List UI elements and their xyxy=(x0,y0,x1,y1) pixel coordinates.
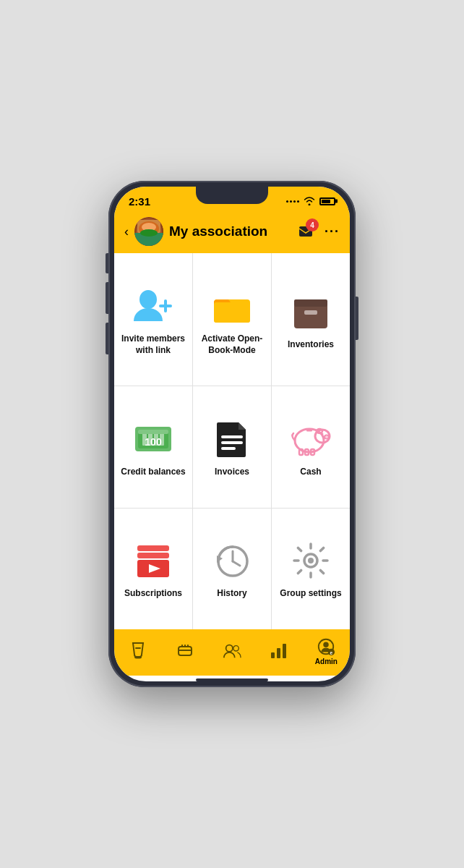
svg-line-44 xyxy=(233,561,240,566)
page-title: My association xyxy=(169,224,291,239)
gear-icon xyxy=(289,539,332,582)
svg-rect-38 xyxy=(137,545,169,551)
open-book-label: Activate Open-Book-Mode xyxy=(199,333,265,356)
svg-point-30 xyxy=(325,435,329,439)
svg-rect-13 xyxy=(294,304,327,328)
header-actions: 4 ··· xyxy=(297,223,340,240)
stats-icon xyxy=(270,642,288,660)
grid-item-history[interactable]: History xyxy=(193,509,271,629)
svg-rect-35 xyxy=(299,449,303,455)
piggy-icon xyxy=(289,417,332,461)
food-icon xyxy=(176,642,194,660)
svg-rect-24 xyxy=(221,435,243,438)
grid-item-invoices[interactable]: Invoices xyxy=(193,386,271,507)
grid-item-cash[interactable]: Cash xyxy=(272,386,350,507)
hundred-icon: 100 xyxy=(132,417,175,461)
svg-rect-54 xyxy=(187,644,189,647)
grid-item-subscriptions[interactable]: Subscriptions xyxy=(114,509,192,629)
signal-icon xyxy=(286,200,299,203)
bottom-navigation: e Admin xyxy=(114,629,350,676)
svg-rect-12 xyxy=(214,302,250,323)
svg-point-31 xyxy=(325,436,327,438)
svg-text:100: 100 xyxy=(145,436,162,448)
grid-item-inventories[interactable]: Inventories xyxy=(272,253,350,386)
header: ‹ My association xyxy=(114,213,350,253)
admin-icon: e xyxy=(317,637,335,656)
notification-badge: 4 xyxy=(306,218,319,231)
svg-point-55 xyxy=(226,645,233,652)
nav-item-stats[interactable] xyxy=(256,642,303,660)
home-bar xyxy=(196,678,268,681)
admin-label: Admin xyxy=(315,658,338,665)
svg-rect-22 xyxy=(138,430,168,434)
nav-item-members[interactable] xyxy=(208,642,255,660)
svg-rect-34 xyxy=(306,430,312,432)
subscriptions-icon xyxy=(132,539,175,582)
menu-grid: Invite members with link Activate Open-B… xyxy=(114,253,350,629)
svg-point-32 xyxy=(327,436,328,438)
drink-icon xyxy=(129,642,147,660)
svg-point-49 xyxy=(134,657,142,659)
avatar[interactable] xyxy=(134,217,163,246)
nav-item-drinks[interactable] xyxy=(114,642,161,660)
archive-icon xyxy=(289,290,332,333)
svg-rect-48 xyxy=(135,647,141,649)
inventories-label: Inventories xyxy=(288,339,334,351)
svg-rect-15 xyxy=(304,310,317,315)
svg-point-47 xyxy=(308,558,314,563)
svg-point-6 xyxy=(140,229,158,237)
back-button[interactable]: ‹ xyxy=(124,224,129,239)
svg-point-56 xyxy=(233,646,239,651)
group-settings-label: Group settings xyxy=(280,588,341,600)
grid-item-open-book[interactable]: Activate Open-Book-Mode xyxy=(193,253,271,386)
svg-point-62 xyxy=(324,642,329,647)
invite-members-label: Invite members with link xyxy=(120,333,186,356)
invoices-label: Invoices xyxy=(215,467,249,478)
nav-item-food[interactable] xyxy=(161,642,208,660)
folder-icon xyxy=(210,284,254,328)
invoice-icon xyxy=(210,417,254,461)
notch xyxy=(196,187,268,204)
svg-text:e: e xyxy=(330,650,333,655)
svg-rect-51 xyxy=(179,650,192,651)
battery-icon xyxy=(319,197,335,205)
wifi-icon xyxy=(304,197,315,205)
subscriptions-label: Subscriptions xyxy=(124,588,182,600)
nav-item-admin[interactable]: e Admin xyxy=(303,637,350,665)
notifications-button[interactable]: 4 xyxy=(297,223,314,240)
svg-rect-14 xyxy=(294,299,327,307)
status-time: 2:31 xyxy=(129,195,150,208)
grid-item-group-settings[interactable]: Group settings xyxy=(272,509,350,629)
add-user-icon xyxy=(132,284,175,328)
status-icons xyxy=(286,197,335,205)
svg-rect-53 xyxy=(184,644,186,647)
history-icon xyxy=(210,539,254,582)
credit-balances-label: Credit balances xyxy=(121,467,185,478)
members-icon xyxy=(223,642,241,660)
grid-item-invite-members[interactable]: Invite members with link xyxy=(114,253,192,386)
svg-rect-26 xyxy=(221,447,236,450)
svg-rect-57 xyxy=(271,652,275,658)
svg-rect-25 xyxy=(221,441,243,444)
svg-point-8 xyxy=(139,290,157,309)
svg-rect-58 xyxy=(277,648,280,658)
svg-rect-39 xyxy=(137,553,169,558)
svg-rect-59 xyxy=(283,644,286,658)
svg-point-33 xyxy=(322,433,324,435)
svg-rect-52 xyxy=(181,644,183,647)
more-button[interactable]: ··· xyxy=(325,224,340,239)
cash-label: Cash xyxy=(300,467,321,478)
history-label: History xyxy=(217,588,246,600)
grid-item-credit-balances[interactable]: 100 Credit balances xyxy=(114,386,192,507)
